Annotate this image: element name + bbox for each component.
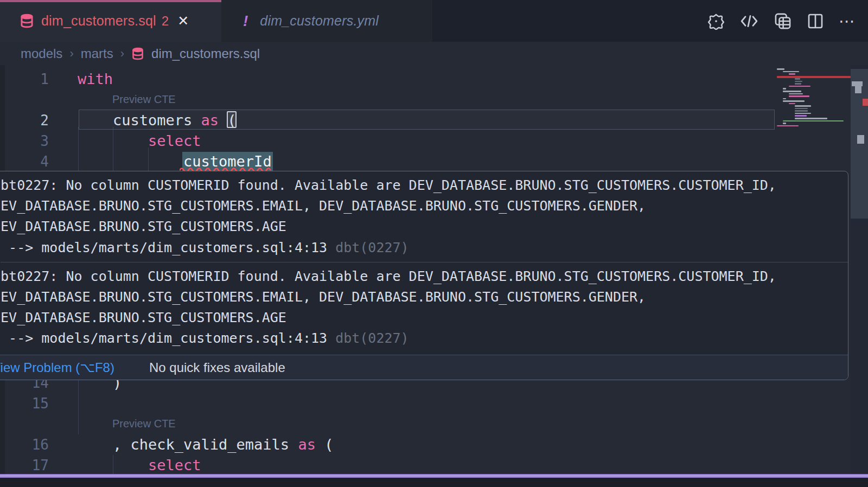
code-line-2[interactable]: customers as ( (78, 110, 237, 131)
error-message-line: DEV_DATABASE.BRUNO.STG_CUSTOMERS.EMAIL, … (0, 287, 848, 307)
line-number: 16 (0, 434, 49, 455)
minimap-line (789, 86, 810, 87)
minimap-line (795, 108, 808, 110)
tab-label: dim_customers.sql (41, 13, 156, 29)
line-number: 2 (0, 110, 49, 131)
minimap-line (795, 110, 808, 112)
error-location-line: --> models/marts/dim_customers.sql:4:13 … (0, 328, 848, 349)
split-editor-button[interactable] (807, 12, 824, 30)
error-message-line: DEV_DATABASE.BRUNO.STG_CUSTOMERS.AGE (0, 307, 848, 328)
hover-status-bar: View Problem (⌥F8) No quick fixes availa… (0, 355, 848, 380)
scrollbar[interactable] (851, 65, 868, 475)
minimap-line (795, 78, 800, 80)
minimap-line (795, 118, 827, 119)
code-editor[interactable]: 1withPreview CTE2 customers as (3 select… (0, 65, 868, 475)
chevron-right-icon: › (120, 47, 124, 61)
minimap-line (783, 88, 786, 89)
minimap-line (783, 71, 799, 73)
database-icon (131, 47, 144, 60)
minimap-line (795, 115, 807, 117)
code-line-16[interactable]: , check_valid_emails as ( (78, 434, 333, 455)
query-results-button[interactable] (774, 12, 792, 30)
tab-label: dim_customers.yml (260, 13, 379, 29)
minimap-error-line (777, 76, 851, 78)
hover-separator (1, 262, 848, 262)
tab-bar: dim_customers.sql 2 ✕ ! dim_customers.ym… (0, 0, 868, 42)
minimap-line (795, 81, 802, 82)
minimap-line (777, 125, 799, 127)
chevron-right-icon: › (69, 47, 73, 61)
code-line-3[interactable]: select (78, 131, 201, 151)
breadcrumb-models[interactable]: models (21, 46, 62, 61)
line-number: 17 (0, 455, 49, 476)
minimap-line (789, 103, 795, 105)
code-line-1[interactable]: with (78, 69, 113, 89)
minimap-line (783, 123, 786, 124)
tab-dim-customers-sql[interactable]: dim_customers.sql 2 ✕ (0, 0, 221, 42)
breadcrumb: models › marts › dim_customers.sql (21, 42, 260, 66)
minimap-line (795, 83, 801, 85)
line-number: 3 (0, 131, 49, 151)
minimap-line (783, 98, 786, 100)
minimap-line (795, 105, 811, 107)
database-icon (20, 14, 34, 28)
codelens-preview-cte[interactable]: Preview CTE (112, 414, 176, 434)
no-quick-fixes-label: No quick fixes available (149, 360, 285, 375)
minimap-line (795, 113, 811, 114)
editor-actions: ⋯ (707, 0, 856, 42)
minimap-line (777, 68, 784, 70)
minimap-line (789, 95, 809, 97)
overview-ruler-mark (857, 135, 864, 144)
minimap-line (783, 100, 805, 102)
codelens-preview-cte[interactable]: Preview CTE (112, 89, 176, 110)
minimap-line (783, 120, 844, 122)
line-number: 1 (0, 69, 49, 89)
error-location-line: --> models/marts/dim_customers.sql:4:13 … (0, 238, 848, 258)
error-message-line: dbt0227: No column CUSTOMERID found. Ava… (0, 175, 848, 196)
panel-resize-handle[interactable] (0, 474, 868, 478)
view-problem-link[interactable]: View Problem (⌥F8) (0, 360, 114, 375)
overview-ruler-mark (852, 81, 863, 86)
line-number: 4 (0, 151, 49, 172)
problem-count-badge: 2 (162, 14, 169, 29)
minimap-line (783, 91, 801, 92)
text-cursor (227, 111, 237, 128)
minimap-line (789, 73, 795, 75)
breadcrumb-file[interactable]: dim_customers.sql (151, 46, 260, 61)
error-hover-popup: dbt0227: No column CUSTOMERID found. Ava… (0, 171, 848, 380)
breadcrumb-marts[interactable]: marts (81, 46, 113, 61)
panel-edge (0, 478, 868, 487)
more-actions-button[interactable]: ⋯ (839, 11, 856, 30)
overview-ruler-mark (863, 99, 868, 106)
error-message-line: dbt0227: No column CUSTOMERID found. Ava… (0, 266, 848, 287)
tab-dim-customers-yml[interactable]: ! dim_customers.yml (221, 0, 432, 42)
error-exclamation-icon: ! (243, 12, 248, 30)
close-icon[interactable]: ✕ (177, 13, 189, 29)
line-number: 15 (0, 393, 49, 414)
open-compiled-code-button[interactable] (739, 13, 759, 29)
error-message-line: DEV_DATABASE.BRUNO.STG_CUSTOMERS.AGE (0, 216, 848, 237)
dbt-logo-button[interactable] (707, 12, 725, 30)
minimap-line (789, 93, 803, 95)
code-line-17[interactable]: select (78, 455, 201, 476)
error-message-line: DEV_DATABASE.BRUNO.STG_CUSTOMERS.EMAIL, … (0, 196, 848, 216)
overview-ruler-mark (855, 86, 861, 93)
editor-window: dim_customers.sql 2 ✕ ! dim_customers.ym… (0, 0, 868, 487)
